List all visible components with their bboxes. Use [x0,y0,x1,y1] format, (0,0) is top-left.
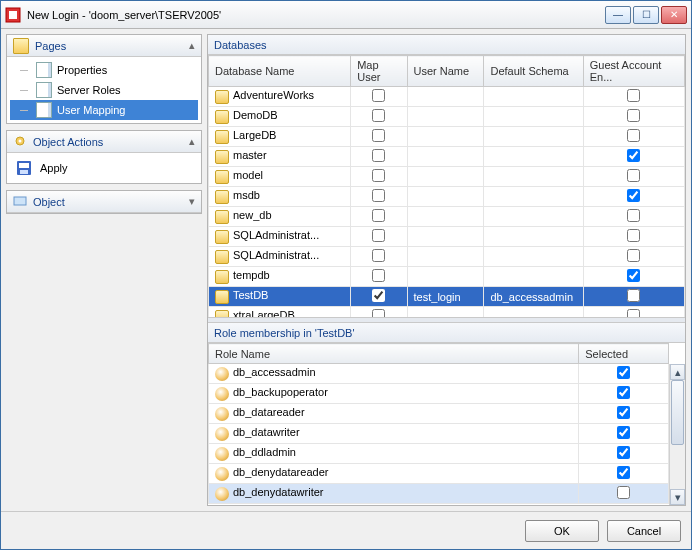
pages-title: Pages [35,40,66,52]
table-row[interactable]: db_ddladmin [209,444,669,464]
map-user-checkbox[interactable] [372,249,385,262]
app-icon [5,7,21,23]
table-row[interactable]: AdventureWorks [209,87,685,107]
guest-account-checkbox[interactable] [627,249,640,262]
column-header[interactable]: Selected [579,344,669,364]
databases-title: Databases [208,35,685,55]
map-user-checkbox[interactable] [372,209,385,222]
page-icon [36,62,52,78]
object-actions-body: Apply [7,153,201,183]
guest-account-checkbox[interactable] [627,269,640,282]
pages-header[interactable]: Pages ▴ [7,35,201,57]
table-row[interactable]: DemoDB [209,107,685,127]
map-user-checkbox[interactable] [372,289,385,302]
svg-rect-5 [19,163,29,168]
scrollbar[interactable]: ▴ ▾ [669,364,685,505]
role-selected-checkbox[interactable] [617,486,630,499]
guest-account-checkbox[interactable] [627,309,640,317]
map-user-checkbox[interactable] [372,189,385,202]
guest-account-checkbox[interactable] [627,209,640,222]
guest-account-checkbox[interactable] [627,229,640,242]
guest-account-checkbox[interactable] [627,129,640,142]
database-icon [215,250,229,264]
table-row[interactable]: db_backupoperator [209,384,669,404]
table-row[interactable]: TestDBtest_logindb_accessadmin [209,287,685,307]
column-header[interactable]: Default Schema [484,56,583,87]
pages-tree: PropertiesServer RolesUser Mapping [7,57,201,123]
database-icon [215,110,229,124]
window: New Login - 'doom_server\TSERV2005' — ☐ … [0,0,692,550]
titlebar: New Login - 'doom_server\TSERV2005' — ☐ … [1,1,691,29]
role-selected-checkbox[interactable] [617,466,630,479]
database-icon [215,230,229,244]
minimize-button[interactable]: — [605,6,631,24]
object-actions-header[interactable]: Object Actions ▴ [7,131,201,153]
role-icon [215,407,229,421]
guest-account-checkbox[interactable] [627,169,640,182]
table-row[interactable]: tempdb [209,267,685,287]
databases-grid[interactable]: Database NameMap UserUser NameDefault Sc… [208,55,685,317]
column-header[interactable]: Database Name [209,56,351,87]
table-row[interactable]: db_datareader [209,404,669,424]
map-user-checkbox[interactable] [372,129,385,142]
role-selected-checkbox[interactable] [617,366,630,379]
table-row[interactable]: model [209,167,685,187]
table-row[interactable]: SQLAdministrat... [209,247,685,267]
object-panel: Object ▾ [6,190,202,214]
role-icon [215,487,229,501]
role-selected-checkbox[interactable] [617,406,630,419]
right-pane: Databases Database NameMap UserUser Name… [207,34,686,506]
close-button[interactable]: ✕ [661,6,687,24]
window-buttons: — ☐ ✕ [605,6,687,24]
object-header[interactable]: Object ▾ [7,191,201,213]
map-user-checkbox[interactable] [372,229,385,242]
maximize-button[interactable]: ☐ [633,6,659,24]
table-row[interactable]: master [209,147,685,167]
table-row[interactable]: LargeDB [209,127,685,147]
guest-account-checkbox[interactable] [627,89,640,102]
guest-account-checkbox[interactable] [627,149,640,162]
role-selected-checkbox[interactable] [617,426,630,439]
table-row[interactable]: db_denydatareader [209,464,669,484]
database-icon [215,310,229,317]
svg-rect-1 [9,11,17,19]
guest-account-checkbox[interactable] [627,289,640,302]
map-user-checkbox[interactable] [372,109,385,122]
apply-action[interactable]: Apply [10,156,198,180]
table-row[interactable]: new_db [209,207,685,227]
table-row[interactable]: msdb [209,187,685,207]
map-user-checkbox[interactable] [372,169,385,182]
roles-grid[interactable]: Role NameSelecteddb_accessadmindb_backup… [208,343,685,505]
left-pane: Pages ▴ PropertiesServer RolesUser Mappi… [6,34,202,506]
map-user-checkbox[interactable] [372,309,385,317]
role-icon [215,387,229,401]
chevron-up-icon: ▴ [189,39,195,52]
role-selected-checkbox[interactable] [617,386,630,399]
guest-account-checkbox[interactable] [627,109,640,122]
table-row[interactable]: db_datawriter [209,424,669,444]
ok-button[interactable]: OK [525,520,599,542]
cancel-button[interactable]: Cancel [607,520,681,542]
guest-account-checkbox[interactable] [627,189,640,202]
object-title: Object [33,196,65,208]
role-selected-checkbox[interactable] [617,446,630,459]
scroll-thumb[interactable] [671,380,684,445]
map-user-checkbox[interactable] [372,149,385,162]
table-row[interactable]: xtraLargeDB [209,307,685,318]
column-header[interactable]: Role Name [209,344,579,364]
role-icon [215,427,229,441]
sidebar-item-server-roles[interactable]: Server Roles [10,80,198,100]
table-row[interactable]: db_accessadmin [209,364,669,384]
window-title: New Login - 'doom_server\TSERV2005' [27,9,605,21]
map-user-checkbox[interactable] [372,269,385,282]
sidebar-item-properties[interactable]: Properties [10,60,198,80]
column-header[interactable]: Guest Account En... [583,56,684,87]
scroll-down-button[interactable]: ▾ [670,489,685,505]
sidebar-item-user-mapping[interactable]: User Mapping [10,100,198,120]
table-row[interactable]: SQLAdministrat... [209,227,685,247]
column-header[interactable]: Map User [351,56,407,87]
map-user-checkbox[interactable] [372,89,385,102]
column-header[interactable]: User Name [407,56,484,87]
scroll-up-button[interactable]: ▴ [670,364,685,380]
table-row[interactable]: db_denydatawriter [209,484,669,504]
